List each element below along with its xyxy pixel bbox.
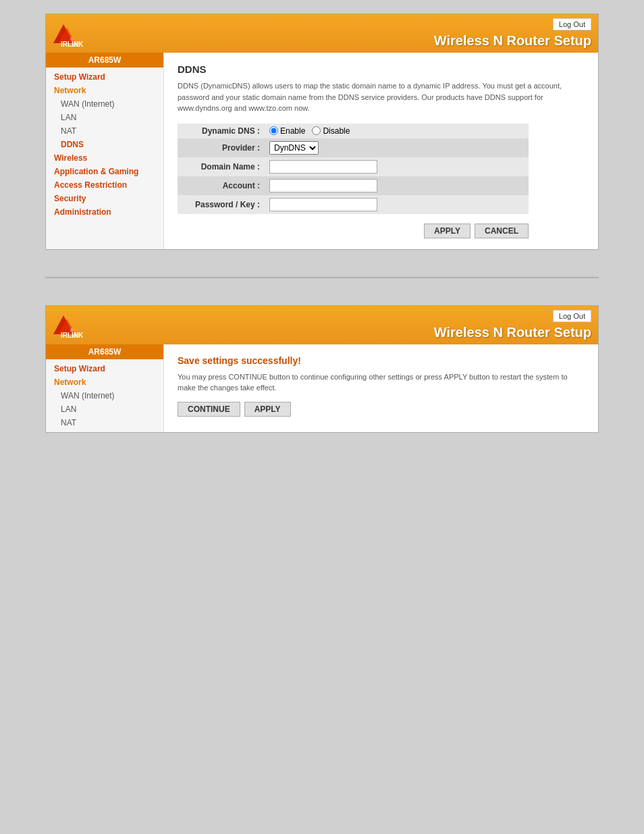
panel2-sidebar-section: Setup Wizard Network WAN (Internet) LAN … [46, 359, 163, 432]
panel2-main-content: Save settings successfully! You may pres… [164, 344, 598, 432]
page-wrapper: IRLINK ® 101 Log Out Wireless N Router S… [14, 14, 630, 433]
section-divider [45, 277, 599, 278]
panel2-router-title: Wireless N Router Setup [434, 325, 591, 340]
save-success-title: Save settings successfully! [178, 355, 585, 366]
sidebar-item-administration[interactable]: Administration [46, 205, 163, 219]
logo-area: IRLINK ® 101 [50, 20, 84, 47]
save-success-desc: You may press CONTINUE button to continu… [178, 371, 585, 394]
svg-text:101: 101 [72, 42, 81, 47]
enable-radio-label[interactable]: Enable [269, 126, 305, 136]
panel2-sidebar-item-lan[interactable]: LAN [46, 402, 163, 416]
sidebar-item-ddns[interactable]: DDNS [46, 138, 163, 151]
router-title: Wireless N Router Setup [434, 33, 591, 49]
domain-name-input[interactable] [269, 160, 377, 174]
ddns-form-table: Dynamic DNS : Enable Disable [178, 124, 529, 214]
provider-select[interactable]: DynDNS TZO [269, 141, 319, 155]
password-label: Password / Key : [178, 195, 265, 214]
disable-radio[interactable] [312, 126, 321, 135]
dynamic-dns-radio-group: Enable Disable [269, 126, 523, 136]
sidebar-item-app-gaming[interactable]: Application & Gaming [46, 165, 163, 178]
dynamic-dns-label: Dynamic DNS : [178, 124, 265, 138]
save-btn-row: CONTINUE APPLY [178, 402, 585, 417]
panel2-logo-area: IRLINK ® 101 [50, 311, 84, 338]
ddns-panel: IRLINK ® 101 Log Out Wireless N Router S… [45, 14, 599, 250]
header-right: Log Out Wireless N Router Setup [434, 18, 591, 49]
dynamic-dns-value: Enable Disable [265, 124, 529, 138]
sidebar-item-network[interactable]: Network [46, 84, 163, 97]
sidebar-item-wan[interactable]: WAN (Internet) [46, 97, 163, 111]
password-input[interactable] [269, 198, 377, 211]
panel2-sidebar: AR685W Setup Wizard Network WAN (Interne… [46, 344, 164, 432]
panel2-sidebar-item-nat[interactable]: NAT [46, 416, 163, 429]
apply-button[interactable]: APPLY [424, 224, 471, 238]
account-row: Account : [178, 176, 529, 195]
password-value [265, 195, 529, 214]
panel2-header-right: Log Out Wireless N Router Setup [434, 310, 591, 340]
domain-name-value [265, 157, 529, 176]
disable-radio-label[interactable]: Disable [312, 126, 350, 136]
panel2-device-name: AR685W [46, 344, 163, 359]
panel2-logout-button[interactable]: Log Out [553, 310, 591, 322]
airlink-logo: IRLINK ® 101 [50, 20, 84, 47]
panel-body: AR685W Setup Wizard Network WAN (Interne… [46, 53, 598, 249]
provider-label: Provider : [178, 138, 265, 157]
panel2-sidebar-item-network[interactable]: Network [46, 375, 163, 389]
svg-text:101: 101 [72, 333, 81, 338]
sidebar-item-setup-wizard[interactable]: Setup Wizard [46, 70, 163, 84]
sidebar-item-nat[interactable]: NAT [46, 124, 163, 138]
panel2-header: IRLINK ® 101 Log Out Wireless N Router S… [46, 306, 598, 344]
sidebar-item-security[interactable]: Security [46, 192, 163, 205]
account-value [265, 176, 529, 195]
domain-name-row: Domain Name : [178, 157, 529, 176]
section-title: DDNS [178, 63, 585, 75]
logout-button[interactable]: Log Out [553, 18, 591, 30]
panel2-sidebar-item-wan[interactable]: WAN (Internet) [46, 389, 163, 402]
section-desc: DDNS (DynamicDNS) allows users to map th… [178, 80, 585, 114]
account-label: Account : [178, 176, 265, 195]
save-success-panel: IRLINK ® 101 Log Out Wireless N Router S… [45, 305, 599, 433]
sidebar-item-wireless[interactable]: Wireless [46, 151, 163, 165]
enable-radio[interactable] [269, 126, 278, 135]
account-input[interactable] [269, 179, 377, 192]
continue-button[interactable]: CONTINUE [178, 402, 240, 417]
panel2-airlink-logo: IRLINK ® 101 [50, 311, 84, 338]
svg-text:®: ® [70, 37, 74, 42]
device-name: AR685W [46, 53, 163, 68]
cancel-button[interactable]: CANCEL [475, 224, 529, 238]
panel2-body: AR685W Setup Wizard Network WAN (Interne… [46, 344, 598, 432]
panel2-sidebar-item-setup-wizard[interactable]: Setup Wizard [46, 362, 163, 375]
provider-value: DynDNS TZO [265, 138, 529, 157]
dynamic-dns-row: Dynamic DNS : Enable Disable [178, 124, 529, 138]
sidebar: AR685W Setup Wizard Network WAN (Interne… [46, 53, 164, 249]
domain-name-label: Domain Name : [178, 157, 265, 176]
panel2-apply-button[interactable]: APPLY [244, 402, 291, 417]
ddns-btn-row: APPLY CANCEL [178, 224, 529, 238]
sidebar-item-access-restriction[interactable]: Access Restriction [46, 178, 163, 192]
sidebar-section: Setup Wizard Network WAN (Internet) LAN … [46, 68, 163, 221]
main-content: DDNS DDNS (DynamicDNS) allows users to m… [164, 53, 598, 249]
panel-header: IRLINK ® 101 Log Out Wireless N Router S… [46, 14, 598, 53]
provider-row: Provider : DynDNS TZO [178, 138, 529, 157]
sidebar-item-lan[interactable]: LAN [46, 111, 163, 124]
svg-text:®: ® [70, 328, 74, 333]
password-row: Password / Key : [178, 195, 529, 214]
